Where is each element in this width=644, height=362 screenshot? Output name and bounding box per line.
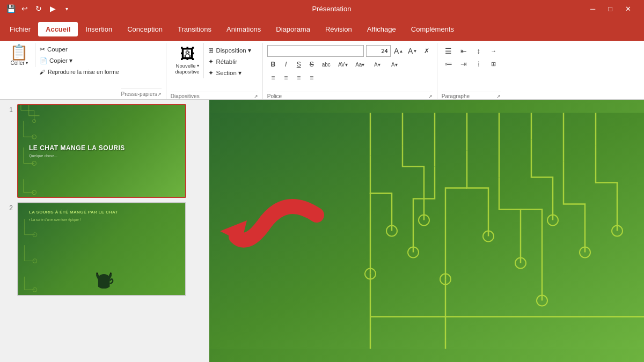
font-selector-row: A▲ A▼ ✗ [267,45,433,57]
quick-access-toolbar: 💾 ↩ ↻ ▶ ▾ [0,2,77,15]
svg-point-3 [33,120,36,123]
slide-1-title: LE CHAT MANGE LA SOURIS [29,144,125,152]
present-button[interactable]: ▶ [46,2,59,15]
menu-transitions[interactable]: Transitions [170,22,219,36]
text-shadow-button[interactable]: abc [319,58,334,70]
bold-button[interactable]: B [267,58,279,70]
slide-2-number: 2 [4,202,13,212]
line-spacing-buttons: ↕ ⁞ [472,45,486,70]
ribbon-group-presse-papiers: 📋 Coller ▾ ✂ Couper 📄 Cop [2,43,166,99]
format-row: B I S S abc AV▾ Aa▾ A▾ A▾ [267,58,433,70]
section-icon: ✦ [208,69,214,77]
menu-complements[interactable]: Compléments [404,22,462,36]
svg-point-0 [32,135,36,139]
indent-increase-button[interactable]: ⇥ [457,58,471,70]
couper-button[interactable]: ✂ Couper [38,44,121,55]
police-label: Police [267,93,282,99]
font-size-increase-button[interactable]: A▲ [393,45,405,57]
slide-1-thumbnail[interactable]: LE CHAT MANGE LA SOURIS Quelque chose... [17,104,186,198]
scissors-icon: ✂ [40,46,45,53]
slides-panel: 1 [0,100,209,362]
redo-button[interactable]: ↻ [32,2,45,15]
font-size-decrease-button[interactable]: A▼ [407,45,419,57]
align-right-button[interactable]: ≡ [293,72,305,84]
svg-point-1 [32,161,36,166]
undo-button[interactable]: ↩ [18,2,31,15]
menu-animations[interactable]: Animations [219,22,268,36]
columns-button[interactable]: ⁞ [472,58,486,70]
window-controls: ─ □ ✕ [586,4,635,14]
case-button[interactable]: Aa▾ [352,58,368,70]
police-expand-icon[interactable]: ↗ [428,94,433,99]
coller-button[interactable]: 📋 Coller ▾ [6,43,32,67]
menu-conception[interactable]: Conception [120,22,170,36]
disposition-icon: ⊞ [208,47,214,54]
strikethrough-button[interactable]: S [306,58,318,70]
save-button[interactable]: 💾 [4,2,17,15]
direction-buttons: → ⊞ [487,45,501,70]
font-color-button[interactable]: A▾ [369,58,385,70]
maximize-button[interactable]: □ [604,4,617,14]
more-button[interactable]: ▾ [60,2,73,15]
diapositives-label: Diapositives [171,93,200,99]
cat-silhouette-icon [94,269,113,289]
diapositives-expand-icon[interactable]: ↗ [254,94,258,99]
menu-bar: Fichier Accueil Insertion Conception Tra… [0,17,644,41]
slide-1-row: 1 [4,104,204,198]
disposition-button[interactable]: ⊞ Disposition ▾ [206,45,253,56]
clear-format-button[interactable]: ✗ [421,45,433,57]
slide-2-row: 2 LA SOURIS À ÉTÉ MANGÉ PAR LE CHAT [4,202,204,296]
menu-affichage[interactable]: Affichage [360,22,404,36]
align-button[interactable]: ⊞ [487,58,501,70]
align-left-button[interactable]: ≡ [267,72,279,84]
ribbon-group-paragraphe: ☰ ≔ ⇤ ⇥ ↕ ⁞ → ⊞ Paragraphe ↗ [437,43,505,99]
underline-button[interactable]: S [293,58,305,70]
alignment-row: ≡ ≡ ≡ ≡ [267,72,433,84]
presse-papiers-label: Presse-papiers [121,91,157,97]
section-button[interactable]: ✦ Section ▾ [206,68,253,78]
coller-label: Coller [10,60,24,66]
copy-icon: 📄 [40,57,47,64]
spacing-button[interactable]: AV▾ [335,58,351,70]
line-spacing-button[interactable]: ↕ [472,45,486,57]
font-size-input[interactable] [366,45,391,57]
list-buttons: ☰ ≔ [442,45,456,70]
reproduire-button[interactable]: 🖌 Reproduire la mise en forme [38,67,121,77]
highlight-button[interactable]: A▾ [386,58,402,70]
slide-1-subtitle: Quelque chose... [29,154,57,158]
font-family-input[interactable] [267,45,364,57]
paintbrush-icon: 🖌 [40,69,46,75]
menu-fichier[interactable]: Fichier [2,22,38,36]
italic-button[interactable]: I [280,58,292,70]
red-arrow [220,183,327,279]
numbering-button[interactable]: ≔ [442,58,456,70]
paragraphe-expand-icon[interactable]: ↗ [496,94,501,99]
minimize-button[interactable]: ─ [586,4,599,14]
slide-2-thumbnail[interactable]: LA SOURIS À ÉTÉ MANGÉ PAR LE CHAT • La s… [17,202,186,296]
menu-accueil[interactable]: Accueil [38,22,78,36]
align-center-button[interactable]: ≡ [280,72,292,84]
presse-papiers-expand-icon[interactable]: ↗ [157,92,162,97]
menu-revision[interactable]: Révision [318,22,360,36]
diapositives-small-buttons: ⊞ Disposition ▾ ✦ Rétablir ✦ Section ▾ [206,43,253,78]
menu-insertion[interactable]: Insertion [78,22,120,36]
ribbon: 📋 Coller ▾ ✂ Couper 📄 Cop [0,41,644,100]
menu-diaporama[interactable]: Diaporama [268,22,318,36]
bullets-button[interactable]: ☰ [442,45,456,57]
presentation-title: Présentation [77,5,586,13]
close-button[interactable]: ✕ [621,4,635,14]
indent-decrease-button[interactable]: ⇤ [457,45,471,57]
clipboard-small-buttons: ✂ Couper 📄 Copier ▾ 🖌 Reproduire la mise… [38,43,121,77]
nouvelle-diapositive-button[interactable]: 🖼 Nouvelle ▾ diapositive [175,43,204,78]
justify-button[interactable]: ≡ [306,72,318,84]
retablir-icon: ✦ [208,58,214,65]
retablir-button[interactable]: ✦ Rétablir [206,56,253,67]
nouvelle-diapositive-dropdown-icon[interactable]: ▾ [197,63,199,68]
copier-button[interactable]: 📄 Copier ▾ [38,55,121,66]
ribbon-group-diapositives: 🖼 Nouvelle ▾ diapositive ⊞ Disposition ▾… [166,43,263,99]
main-slide-canvas[interactable] [209,100,644,362]
coller-dropdown-icon[interactable]: ▾ [26,61,28,65]
text-direction-button[interactable]: → [487,45,501,57]
paragraphe-label: Paragraphe [442,93,470,99]
main-area: 1 [0,100,644,362]
